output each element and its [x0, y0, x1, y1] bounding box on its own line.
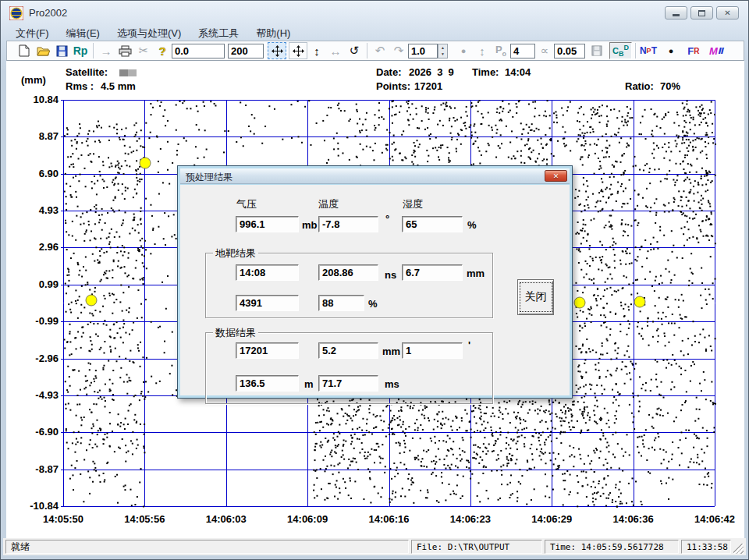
scale-input[interactable]	[408, 44, 438, 58]
x-tick-label: 14:06:16	[357, 513, 422, 525]
points-value: 17201	[414, 80, 442, 92]
horizontal-scale-button[interactable]: ↔	[326, 42, 345, 59]
forward-button[interactable]: →	[97, 42, 115, 59]
save-gray-icon	[591, 45, 602, 56]
window-size-input[interactable]	[228, 44, 264, 58]
rotate-left-button[interactable]: ↶	[371, 42, 389, 59]
y-tick-label: 6.90	[15, 168, 59, 179]
help-button[interactable]: ?	[153, 42, 172, 59]
pressure-field[interactable]: 996.1	[236, 216, 299, 232]
menu-edit[interactable]: 编辑(E)	[58, 25, 108, 42]
target-time-field[interactable]: 14:08	[236, 264, 299, 281]
offset-input[interactable]	[172, 44, 225, 58]
rp-button[interactable]: Rp	[71, 42, 90, 59]
status-file: File: D:\TR\OUTPUT	[411, 540, 542, 554]
rotate-right-button[interactable]: ↷	[389, 42, 408, 59]
undo-icon: ↺	[350, 44, 360, 58]
printer-icon	[119, 45, 132, 57]
pressure-label: 气压	[236, 197, 257, 211]
menu-system-tools[interactable]: 系统工具	[190, 25, 247, 42]
minimize-icon	[673, 14, 680, 16]
marker-button[interactable]: ●	[662, 42, 680, 59]
toolbar: Rp → ✂ ? ↕ ↔ ↺ ↶ ↷ ▲ ▼ ● ↕ Po ∝	[6, 41, 744, 61]
undo-button[interactable]: ↺	[345, 42, 364, 59]
date-value: 2026 3 9	[409, 66, 454, 78]
time-value: 14:04	[505, 66, 531, 78]
help-icon: ?	[158, 44, 165, 58]
menu-file[interactable]: 文件(F)	[7, 25, 58, 42]
step-input[interactable]	[554, 44, 585, 58]
scissors-icon: ✂	[139, 44, 149, 58]
toolbar-separator	[367, 43, 367, 58]
y-tick-label: 2.96	[15, 241, 59, 253]
new-file-button[interactable]	[15, 42, 34, 59]
print-button[interactable]	[115, 42, 134, 59]
humidity-label: 湿度	[403, 197, 423, 211]
minimize-button[interactable]	[665, 6, 687, 19]
point-mode-button[interactable]: ●	[454, 42, 473, 59]
stretch-button[interactable]: ↕	[473, 42, 492, 59]
save-result-button[interactable]	[587, 42, 606, 59]
y-tick-label: -8.87	[15, 463, 59, 475]
preprocess-result-dialog: 预处理结果 ✕ 气压 996.1 mb 温度 -7.8 ° 湿度 65 % 地靶…	[177, 165, 573, 399]
rp-label: Rp	[73, 44, 88, 57]
ratio-label: Ratio:	[625, 80, 654, 92]
satellite-label: Satellite:	[66, 66, 108, 78]
data-angle-field[interactable]: 1	[402, 342, 463, 359]
y-tick-label: -6.90	[15, 426, 59, 438]
dialog-close-button[interactable]: ✕	[545, 170, 567, 182]
menu-help[interactable]: 帮助(H)	[247, 25, 299, 42]
data-points-field[interactable]: 17201	[236, 342, 299, 359]
cbd-mode-button[interactable]: CBD	[609, 42, 632, 59]
satellite-indicator	[119, 69, 137, 76]
status-time: Time: 14:05:59.5617728	[545, 540, 679, 554]
toolbar-separator	[93, 43, 94, 58]
resize-grip[interactable]	[733, 544, 744, 554]
x-tick-label: 14:06:36	[601, 513, 666, 525]
target-count-field[interactable]: 4391	[236, 295, 299, 311]
title-bar[interactable]: Pro2002 ✕	[1, 1, 748, 26]
rotate-right-icon: ↷	[394, 44, 404, 58]
stretch-icon: ↕	[479, 44, 485, 58]
mii-button[interactable]: MⅡ	[707, 42, 726, 59]
spinner-down-icon[interactable]: ▼	[438, 51, 447, 58]
spinner-up-icon[interactable]: ▲	[438, 44, 447, 51]
npt-button[interactable]: NPT	[639, 42, 658, 59]
menu-options-processing[interactable]: 选项与处理(V)	[108, 25, 190, 42]
target-ratio-field[interactable]: 88	[318, 295, 364, 311]
order-input[interactable]	[510, 44, 535, 58]
pressure-unit: mb	[302, 219, 318, 231]
target-delay-field[interactable]: 208.86	[318, 264, 378, 281]
forward-arrow-icon: →	[101, 44, 112, 58]
status-ready: 就绪	[5, 540, 409, 554]
p0-button[interactable]: Po	[492, 42, 510, 59]
close-button[interactable]: ✕	[716, 6, 739, 19]
proportional-button[interactable]: ∝	[535, 42, 554, 59]
pan-mode-button-active[interactable]	[268, 42, 286, 59]
humidity-field[interactable]: 65	[402, 216, 463, 232]
data-dist-field[interactable]: 136.5	[236, 375, 299, 392]
restore-button[interactable]	[690, 6, 713, 19]
data-rms-field[interactable]: 5.2	[318, 342, 378, 359]
x-tick-label: 14:06:29	[519, 513, 584, 525]
y-tick-label: -10.84	[15, 500, 59, 512]
target-rms-field[interactable]: 6.7	[402, 264, 463, 281]
scale-spinner[interactable]: ▲ ▼	[438, 44, 448, 58]
horizontal-arrows-icon: ↔	[330, 44, 342, 58]
dialog-ok-close-button[interactable]: 关闭	[517, 279, 554, 315]
pan-mode-button[interactable]	[289, 42, 307, 59]
mii-label: M	[709, 45, 718, 57]
vertical-arrows-icon: ↕	[314, 44, 320, 58]
dialog-body: 气压 996.1 mb 温度 -7.8 ° 湿度 65 % 地靶结果 14:08…	[180, 185, 570, 395]
dialog-title-bar[interactable]: 预处理结果 ✕	[180, 168, 570, 184]
y-tick-label: -0.99	[15, 315, 59, 327]
open-file-button[interactable]	[34, 42, 52, 59]
vertical-scale-button[interactable]: ↕	[307, 42, 326, 59]
data-dur-field[interactable]: 71.7	[318, 375, 378, 392]
fr-button[interactable]: FR	[684, 42, 703, 59]
save-button[interactable]	[52, 42, 71, 59]
p0-icon: Po	[495, 44, 506, 58]
cut-button[interactable]: ✂	[134, 42, 153, 59]
temp-field[interactable]: -7.8	[318, 216, 378, 232]
status-bar: 就绪 File: D:\TR\OUTPUT Time: 14:05:59.561…	[3, 538, 746, 555]
